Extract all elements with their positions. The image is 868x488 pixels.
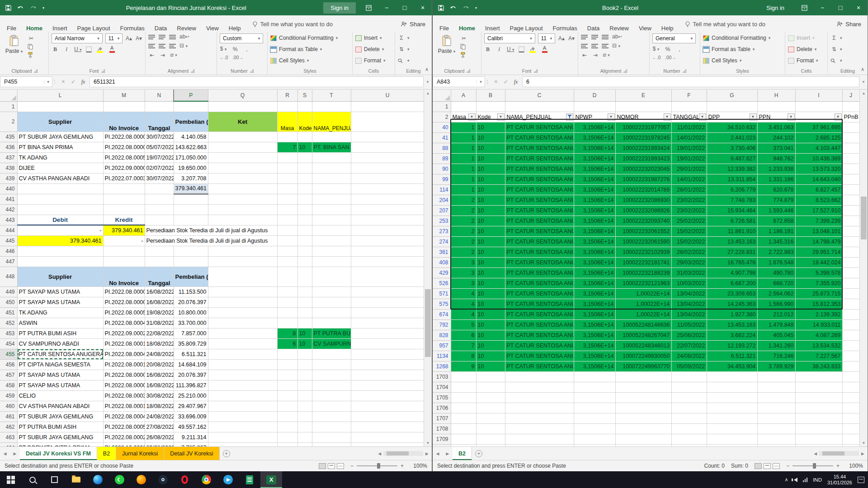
cell[interactable] (351, 338, 424, 349)
cell[interactable] (351, 411, 424, 422)
horizontal-scrollbar[interactable]: ◀ ▶ (811, 447, 868, 460)
cell[interactable] (312, 432, 351, 442)
cell[interactable] (574, 392, 615, 403)
cell[interactable]: Supplier (17, 112, 103, 131)
cell[interactable]: 14.245.363 (707, 299, 757, 309)
cell[interactable]: 30/08/2022 (145, 390, 174, 401)
cell[interactable] (451, 434, 476, 444)
cell[interactable]: 05/09/2022 (671, 361, 707, 371)
cell[interactable] (312, 152, 351, 163)
cell[interactable]: 29/08/2022 (145, 442, 174, 446)
cell[interactable]: PT CATUR SENTOSA ANU (505, 184, 574, 195)
telegram-icon[interactable] (217, 471, 239, 488)
cell[interactable]: PT CATUR SENTOSA ANU (505, 319, 574, 330)
cell[interactable] (277, 401, 297, 411)
cell[interactable]: 100022232188239 (615, 267, 671, 278)
cell[interactable] (707, 413, 757, 423)
cell[interactable]: PI.2022.08.00009 (103, 370, 145, 380)
cell[interactable]: TK ADANG (17, 152, 103, 163)
cell[interactable] (842, 423, 859, 434)
cell[interactable] (615, 434, 671, 444)
cell[interactable] (312, 246, 351, 256)
scroll-down-icon[interactable]: ▼ (424, 439, 432, 446)
cell[interactable]: 3,1506E+14 (574, 340, 615, 351)
row-header-435[interactable]: 435 (0, 131, 17, 142)
fill-color-icon[interactable] (528, 46, 537, 53)
cell[interactable] (842, 247, 859, 257)
cell[interactable]: 10 (476, 319, 505, 330)
cell[interactable] (476, 101, 505, 112)
row-header-571[interactable]: 571 (433, 288, 451, 299)
cell[interactable] (842, 164, 859, 174)
cell[interactable]: PI.2022.08.00055 (103, 422, 145, 432)
cell[interactable]: Kredit (103, 215, 145, 225)
row-header-445[interactable]: 445 (0, 235, 17, 246)
cell[interactable]: 11/05/2022 (671, 319, 707, 330)
cell[interactable] (842, 236, 859, 247)
cell[interactable]: 4.103.447 (795, 143, 842, 153)
row-header-792[interactable]: 792 (433, 319, 451, 330)
cell[interactable] (351, 307, 424, 318)
cell[interactable]: 29.407.967 (174, 401, 208, 411)
column-header-S[interactable]: S (297, 89, 312, 101)
cell[interactable]: 16/08/2022 (145, 370, 174, 380)
cell[interactable] (297, 131, 312, 142)
cell[interactable]: 8 (451, 351, 476, 361)
firefox-icon[interactable] (130, 471, 152, 488)
autosum-button[interactable]: Σ▾ (398, 33, 410, 42)
font-dialog-launcher-icon[interactable] (534, 69, 538, 73)
cell[interactable] (707, 444, 757, 446)
cell[interactable]: 490.780 (757, 267, 795, 278)
orientation-icon[interactable]: ⧄ ▾ (170, 52, 177, 58)
cell[interactable]: 10 (476, 122, 505, 132)
insert-cells-button[interactable]: Insert▾ (355, 33, 386, 42)
cell[interactable] (208, 194, 277, 204)
cell[interactable]: 3,1506E+14 (574, 257, 615, 267)
cell[interactable] (277, 267, 297, 286)
cell[interactable]: 10 (476, 351, 505, 361)
row-header-442[interactable]: 442 (0, 204, 17, 215)
cell[interactable]: 11.861.910 (707, 226, 757, 236)
cell[interactable]: 18/08/2022 (145, 401, 174, 411)
row-header-1708[interactable]: 1708 (433, 423, 451, 434)
confirm-entry-icon[interactable]: ✓ (69, 79, 78, 85)
cell[interactable] (277, 422, 297, 432)
cell[interactable] (297, 235, 312, 246)
cell[interactable]: 100022232014789 (615, 184, 671, 195)
cell[interactable]: PT CATUR SENTOSA ANU (505, 330, 574, 340)
cell[interactable]: 10/03/2022 (671, 278, 707, 288)
cell[interactable]: 100052248346013 (615, 340, 671, 351)
cell[interactable]: 3.789.929 (757, 361, 795, 371)
cell[interactable] (208, 297, 277, 307)
decrease-decimal-icon[interactable]: .00→ (665, 55, 676, 61)
cell[interactable] (671, 382, 707, 392)
cell[interactable]: 25/02/2022 (671, 216, 707, 226)
cell[interactable] (671, 413, 707, 423)
decrease-font-size-icon[interactable]: A▾ (135, 35, 142, 42)
cell[interactable] (574, 403, 615, 413)
align-center-icon[interactable] (591, 43, 598, 49)
cell[interactable]: 10 (476, 226, 505, 236)
cell[interactable]: 100022231987276 (615, 174, 671, 184)
cell[interactable]: 6.687.200 (707, 278, 757, 288)
tell-me-box[interactable]: Tell me what you want to do (685, 21, 765, 32)
collapse-ribbon-icon[interactable]: ∧ (425, 66, 429, 72)
horizontal-scroll-thumb[interactable] (387, 451, 408, 455)
vertical-scrollbar[interactable]: ▲▼ (859, 89, 868, 446)
cell[interactable] (208, 215, 277, 225)
cell[interactable] (103, 246, 145, 256)
row-header-1[interactable]: 1 (0, 101, 17, 112)
page-layout-view-icon[interactable] (328, 463, 335, 469)
cell[interactable] (671, 403, 707, 413)
cell[interactable] (277, 225, 297, 235)
cell[interactable]: PI.2022.08.00004 (103, 142, 145, 152)
font-size-select[interactable]: 11▾ (105, 33, 123, 43)
cell[interactable]: 38.243.833 (795, 361, 842, 371)
cell[interactable] (451, 403, 476, 413)
cell[interactable] (277, 349, 297, 359)
cell[interactable]: 13.311.854 (707, 174, 757, 184)
cell[interactable]: PI.2022.08.00008 (103, 286, 145, 297)
cell[interactable] (351, 194, 424, 204)
increase-decimal-icon[interactable]: ←.0 (652, 55, 660, 61)
cell[interactable] (312, 307, 351, 318)
